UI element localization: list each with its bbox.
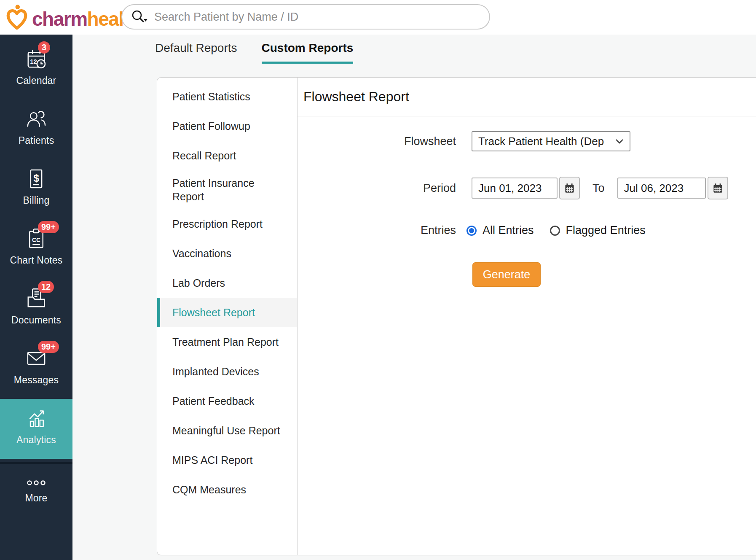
search-icon[interactable]: [131, 9, 148, 24]
period-label: Period: [298, 182, 456, 195]
flowsheet-select[interactable]: Track Patient Health (Dep: [472, 131, 630, 151]
sidebar-item-label: More: [25, 493, 47, 504]
period-from-calendar-button[interactable]: [559, 177, 580, 199]
flagged-entries-radio[interactable]: [550, 226, 560, 236]
report-item-patient-feedback[interactable]: Patient Feedback: [157, 386, 297, 416]
report-item-patient-followup[interactable]: Patient Followup: [157, 111, 297, 141]
svg-text:$: $: [33, 172, 39, 184]
page-title: Flowsheet Report: [298, 78, 756, 116]
documents-badge: 12: [38, 281, 54, 293]
period-from-group: Jun 01, 2023: [472, 177, 580, 199]
flowsheet-row: Flowsheet Track Patient Health (Dep: [298, 131, 756, 151]
flagged-entries-label: Flagged Entries: [566, 224, 646, 237]
sidebar-item-label: Messages: [14, 374, 59, 386]
entries-label: Entries: [298, 224, 456, 237]
sidebar-item-chart-notes[interactable]: CC 99+ Chart Notes: [0, 219, 72, 279]
entries-radio-group: All Entries Flagged Entries: [466, 224, 646, 237]
report-item-cqm-measures[interactable]: CQM Measures: [157, 475, 297, 504]
sidebar-item-documents[interactable]: 12 Documents: [0, 279, 72, 339]
app-root: charmhealth 12: [0, 0, 756, 560]
brand-heart-icon: [4, 3, 29, 33]
report-item-implanted-devices[interactable]: Implanted Devices: [157, 357, 297, 386]
period-to-calendar-button[interactable]: [708, 177, 728, 199]
patient-search-bar[interactable]: [121, 4, 490, 30]
calendar-picker-icon: [712, 183, 724, 194]
chart-notes-badge: 99+: [38, 221, 59, 233]
report-content: Flowsheet Report Flowsheet Track Patient…: [298, 78, 756, 555]
sidebar-item-billing[interactable]: $ Billing: [0, 159, 72, 219]
more-dots-icon: [24, 479, 48, 487]
report-item-mips-aci-report[interactable]: MIPS ACI Report: [157, 445, 297, 475]
tab-default-reports[interactable]: Default Reports: [155, 41, 237, 64]
sidebar-divider: [0, 462, 72, 464]
billing-icon: $: [24, 167, 48, 191]
report-item-flowsheet-report[interactable]: Flowsheet Report: [157, 298, 297, 327]
sidebar-item-more[interactable]: More: [0, 467, 72, 518]
period-to-input[interactable]: Jul 06, 2023: [617, 178, 706, 199]
report-item-meaningful-use-report[interactable]: Meaningful Use Report: [157, 416, 297, 445]
messages-badge: 99+: [38, 341, 59, 353]
flowsheet-select-value: Track Patient Health (Dep: [478, 135, 604, 148]
svg-text:CC: CC: [32, 237, 40, 243]
search-input[interactable]: [154, 11, 481, 24]
flowsheet-label: Flowsheet: [298, 135, 456, 148]
report-item-lab-orders[interactable]: Lab Orders: [157, 268, 297, 298]
period-to-label: To: [592, 182, 605, 195]
report-item-patient-insurance-report[interactable]: Patient Insurance Report: [157, 170, 297, 209]
report-item-vaccinations[interactable]: Vaccinations: [157, 239, 297, 268]
reports-tabs: Default Reports Custom Reports: [155, 41, 353, 64]
report-item-treatment-plan-report[interactable]: Treatment Plan Report: [157, 327, 297, 357]
sidebar-item-calendar[interactable]: 12 3 Calendar: [0, 40, 72, 100]
reports-panel: Patient Statistics Patient Followup Reca…: [157, 77, 756, 555]
chevron-down-icon: [615, 139, 624, 144]
sidebar-item-patients[interactable]: Patients: [0, 100, 72, 159]
period-to-group: Jul 06, 2023: [617, 177, 728, 199]
report-list: Patient Statistics Patient Followup Reca…: [157, 78, 298, 555]
sidebar-item-label: Documents: [11, 315, 61, 326]
sidebar-item-label: Analytics: [16, 434, 56, 446]
period-row: Period Jun 01, 2023: [298, 177, 756, 199]
sidebar-item-label: Chart Notes: [10, 255, 63, 266]
brand-logo[interactable]: charmhealth: [4, 3, 140, 33]
entries-row: Entries All Entries Flagged Entries: [298, 224, 756, 237]
actions-row: Generate: [298, 262, 756, 287]
sidebar-item-label: Patients: [19, 135, 54, 146]
patients-icon: [24, 107, 48, 131]
all-entries-radio[interactable]: [466, 226, 477, 236]
sidebar-item-messages[interactable]: 99+ Messages: [0, 339, 72, 399]
all-entries-label: All Entries: [483, 224, 534, 237]
sidebar-item-analytics[interactable]: Analytics: [0, 399, 72, 459]
report-item-prescription-report[interactable]: Prescription Report: [157, 209, 297, 239]
tab-custom-reports[interactable]: Custom Reports: [262, 41, 354, 64]
sidebar-nav: 12 3 Calendar Patients: [0, 35, 72, 560]
report-item-patient-statistics[interactable]: Patient Statistics: [157, 82, 297, 111]
calendar-picker-icon: [564, 183, 575, 194]
sidebar-item-label: Billing: [23, 195, 50, 206]
brand-name-charm: charm: [32, 8, 87, 30]
svg-text:12: 12: [30, 58, 37, 65]
top-header: charmhealth: [0, 0, 756, 35]
report-item-recall-report[interactable]: Recall Report: [157, 141, 297, 170]
calendar-badge: 3: [38, 41, 50, 54]
period-from-input[interactable]: Jun 01, 2023: [472, 178, 558, 199]
sidebar-item-label: Calendar: [16, 75, 56, 86]
flowsheet-report-form: Flowsheet Track Patient Health (Dep Peri…: [298, 116, 756, 287]
generate-button[interactable]: Generate: [472, 262, 541, 287]
analytics-icon: [24, 407, 48, 430]
